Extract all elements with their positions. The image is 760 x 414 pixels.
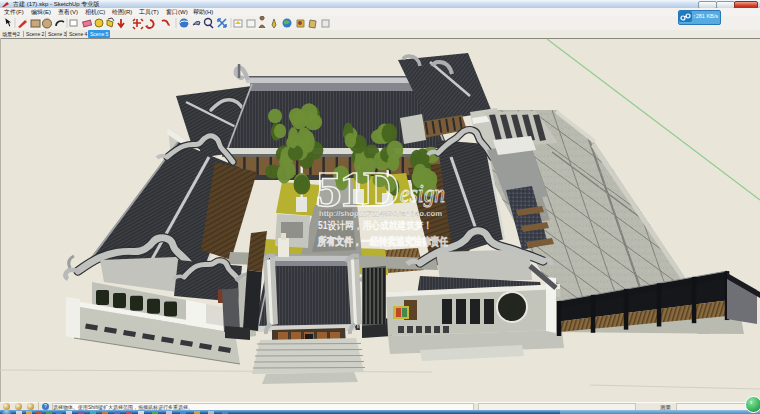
svg-text:所有文件，一经转卖追究法律责任: 所有文件，一经转卖追究法律责任	[317, 235, 448, 248]
svg-text:esign: esign	[400, 179, 445, 208]
svg-text:51设计网，用心成就建筑梦！: 51设计网，用心成就建筑梦！	[318, 219, 432, 231]
svg-text:http://shop127114690.taobao.co: http://shop127114690.taobao.com	[319, 209, 442, 218]
